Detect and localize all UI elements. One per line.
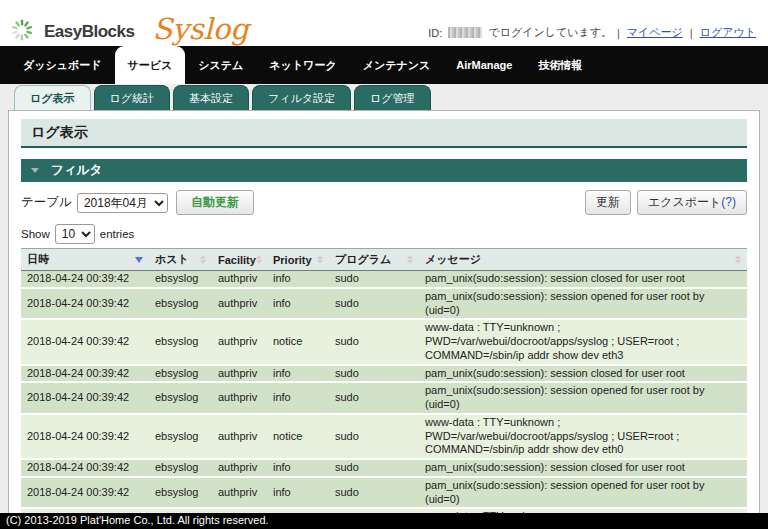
cell-datetime: 2018-04-24 00:39:42 xyxy=(21,319,149,364)
cell-priority: info xyxy=(267,365,329,383)
cell-priority: notice xyxy=(267,319,329,364)
sub-nav-tab-label: ログ表示 xyxy=(30,92,75,104)
log-table-row[interactable]: 2018-04-24 00:39:42 ebsyslog authpriv in… xyxy=(21,288,747,320)
sort-desc-icon xyxy=(135,257,143,263)
cell-datetime: 2018-04-24 00:39:42 xyxy=(21,271,149,288)
cell-host: ebsyslog xyxy=(149,271,212,288)
show-label: Show xyxy=(21,228,50,240)
cell-host: ebsyslog xyxy=(149,459,212,477)
log-table-row[interactable]: 2018-04-24 00:39:42 ebsyslog authpriv no… xyxy=(21,414,747,459)
cell-program: sudo xyxy=(329,459,419,477)
divider: | xyxy=(617,27,620,39)
cell-program: sudo xyxy=(329,288,419,320)
cell-program: sudo xyxy=(329,271,419,288)
main-nav-tab[interactable]: メンテナンス xyxy=(350,46,444,84)
entries-label: entries xyxy=(100,228,135,240)
log-table-row[interactable]: 2018-04-24 00:39:42 ebsyslog authpriv in… xyxy=(21,271,747,288)
main-nav-tab-label: ダッシュボード xyxy=(23,58,102,73)
user-bar: ID:でログインしています。 | マイページ | ログアウト xyxy=(428,25,758,44)
log-table-row[interactable]: 2018-04-24 00:39:42 ebsyslog authpriv in… xyxy=(21,365,747,383)
sort-both-icon xyxy=(200,255,206,264)
log-table-column-header[interactable]: メッセージ xyxy=(419,249,747,271)
log-table-row[interactable]: 2018-04-24 00:39:42 ebsyslog authpriv in… xyxy=(21,459,747,477)
logout-link[interactable]: ログアウト xyxy=(700,25,756,40)
log-table-column-header[interactable]: Facility xyxy=(212,249,267,271)
cell-message: pam_unix(sudo:session): session closed f… xyxy=(419,459,747,477)
top-header: EasyBlocks Syslog ID:でログインしています。 | マイページ… xyxy=(0,0,768,46)
cell-message: pam_unix(sudo:session): session opened f… xyxy=(419,288,747,320)
mypage-link[interactable]: マイページ xyxy=(627,25,683,40)
table-select[interactable]: 2018年04月 xyxy=(77,193,168,213)
sub-nav-tab[interactable]: ログ統計 xyxy=(94,85,171,110)
sub-nav-tab[interactable]: 基本設定 xyxy=(173,85,249,110)
auto-update-button[interactable]: 自動更新 xyxy=(176,190,254,215)
filter-panel-header[interactable]: フィルタ xyxy=(21,159,747,182)
sub-nav-tab-label: ログ統計 xyxy=(110,92,155,104)
cell-host: ebsyslog xyxy=(149,319,212,364)
cell-host: ebsyslog xyxy=(149,477,212,509)
cell-facility: authpriv xyxy=(212,288,267,320)
sort-both-icon xyxy=(317,255,323,264)
column-header-label: プログラム xyxy=(335,252,391,267)
log-table: 日時 ホスト xyxy=(21,248,747,529)
page-length-select[interactable]: 10 xyxy=(55,224,95,244)
user-id-masked xyxy=(448,27,482,38)
cell-priority: info xyxy=(267,288,329,320)
cell-priority: info xyxy=(267,477,329,509)
cell-facility: authpriv xyxy=(212,271,267,288)
sub-nav-tab[interactable]: ログ表示 xyxy=(14,85,91,110)
cell-datetime: 2018-04-24 00:39:42 xyxy=(21,459,149,477)
main-nav-tab[interactable]: サービス xyxy=(115,46,186,84)
collapse-triangle-icon xyxy=(31,168,39,173)
cell-program: sudo xyxy=(329,414,419,459)
sub-nav-tab[interactable]: フィルタ設定 xyxy=(252,85,351,110)
log-table-row[interactable]: 2018-04-24 00:39:42 ebsyslog authpriv in… xyxy=(21,477,747,509)
main-nav-tab-label: AirManage xyxy=(456,59,512,71)
cell-priority: notice xyxy=(267,414,329,459)
log-table-column-header[interactable]: ホスト xyxy=(149,249,212,271)
main-nav-tab[interactable]: ネットワーク xyxy=(256,46,349,84)
user-id-label: ID: xyxy=(428,27,442,39)
cell-facility: authpriv xyxy=(212,319,267,364)
product-name: Syslog xyxy=(152,15,248,44)
main-nav-tab[interactable]: システム xyxy=(185,46,256,84)
sub-nav-tab[interactable]: ログ管理 xyxy=(354,85,431,110)
main-nav-tab[interactable]: ダッシュボード xyxy=(10,46,115,84)
cell-datetime: 2018-04-24 00:39:42 xyxy=(21,288,149,320)
brand-name: EasyBlocks xyxy=(44,23,134,40)
log-table-column-header[interactable]: Priority xyxy=(267,249,329,271)
cell-host: ebsyslog xyxy=(149,288,212,320)
copyright-footer: (C) 2013-2019 Plat'Home Co., Ltd. All ri… xyxy=(0,513,768,529)
log-table-header-row: 日時 ホスト xyxy=(21,249,747,271)
log-table-column-header[interactable]: 日時 xyxy=(21,249,149,271)
divider: | xyxy=(690,27,693,39)
cell-datetime: 2018-04-24 00:39:42 xyxy=(21,477,149,509)
log-table-column-header[interactable]: プログラム xyxy=(329,249,419,271)
cell-message: pam_unix(sudo:session): session opened f… xyxy=(419,477,747,509)
cell-facility: authpriv xyxy=(212,477,267,509)
main-nav-tab-label: システム xyxy=(198,58,243,73)
cell-program: sudo xyxy=(329,382,419,414)
cell-priority: info xyxy=(267,382,329,414)
cell-program: sudo xyxy=(329,477,419,509)
sort-both-icon xyxy=(256,255,262,264)
cell-facility: authpriv xyxy=(212,382,267,414)
main-nav-tab[interactable]: AirManage xyxy=(443,46,525,84)
sub-nav: ログ表示 ログ統計 基本設定 フィルタ設定 ログ管理 xyxy=(0,84,768,110)
log-table-row[interactable]: 2018-04-24 00:39:42 ebsyslog authpriv in… xyxy=(21,382,747,414)
cell-datetime: 2018-04-24 00:39:42 xyxy=(21,382,149,414)
login-status-text: でログインしています。 xyxy=(488,25,612,40)
logo: EasyBlocks Syslog xyxy=(10,15,249,44)
sort-both-icon xyxy=(407,255,413,264)
cell-host: ebsyslog xyxy=(149,382,212,414)
export-button[interactable]: エクスポート(?) xyxy=(637,190,747,215)
main-nav-tab[interactable]: 技術情報 xyxy=(525,46,595,84)
log-table-row[interactable]: 2018-04-24 00:39:42 ebsyslog authpriv no… xyxy=(21,319,747,364)
page-title: ログ表示 xyxy=(21,119,747,148)
main-nav-tab-label: ネットワーク xyxy=(269,58,336,73)
refresh-button[interactable]: 更新 xyxy=(585,190,631,215)
cell-facility: authpriv xyxy=(212,414,267,459)
export-button-label: エクスポート xyxy=(648,195,721,209)
table-select-label: テーブル xyxy=(21,194,72,211)
filter-controls-row: テーブル 2018年04月 自動更新 更新 エクスポート(?) xyxy=(21,190,747,215)
